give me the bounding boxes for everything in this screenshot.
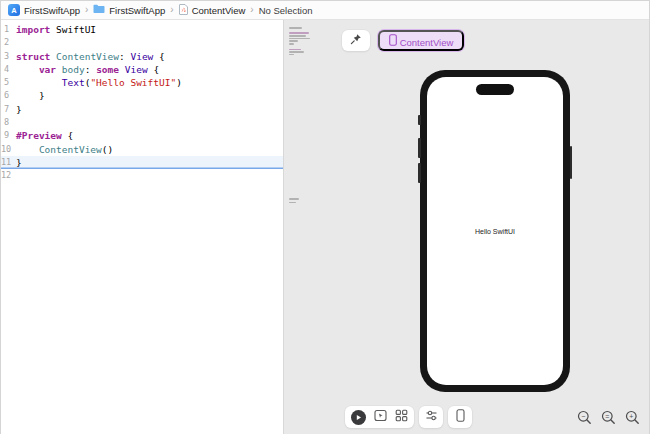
device-preview-icon bbox=[389, 37, 400, 48]
line-number[interactable]: 1 bbox=[1, 23, 16, 36]
chevron-separator-icon: › bbox=[250, 5, 253, 15]
code-line[interactable]: 12 bbox=[1, 169, 283, 182]
dynamic-island bbox=[476, 84, 514, 95]
zoom-actual-size-button[interactable]: = bbox=[601, 410, 616, 425]
device-settings-icon bbox=[425, 409, 438, 425]
device-settings-button[interactable] bbox=[419, 406, 443, 428]
live-preview-button[interactable] bbox=[351, 410, 366, 425]
breadcrumb-item-folder[interactable]: FirstSwiftApp bbox=[93, 4, 165, 16]
code-line[interactable]: 11} bbox=[1, 156, 283, 169]
source-editor[interactable]: 1import SwiftUI23struct ContentView: Vie… bbox=[1, 20, 284, 434]
code-line[interactable]: 5 Text("Hello SwiftUI") bbox=[1, 76, 283, 89]
breadcrumb-label: ContentView bbox=[192, 5, 246, 16]
line-number[interactable]: 7 bbox=[1, 103, 16, 116]
line-number[interactable]: 3 bbox=[1, 50, 16, 63]
line-number[interactable]: 10 bbox=[1, 143, 16, 156]
breadcrumb-label: FirstSwiftApp bbox=[109, 5, 165, 16]
preview-device-button[interactable] bbox=[448, 406, 472, 428]
line-number[interactable]: 5 bbox=[1, 76, 16, 89]
code-line[interactable]: 3struct ContentView: View { bbox=[1, 50, 283, 63]
code-line[interactable]: 2 bbox=[1, 36, 283, 49]
pin-preview-button[interactable] bbox=[342, 30, 370, 51]
minimap-marker bbox=[289, 198, 313, 205]
preview-hello-text: Hello SwiftUI bbox=[475, 228, 515, 235]
power-button bbox=[570, 146, 573, 179]
line-number[interactable]: 12 bbox=[1, 169, 16, 182]
canvas-bottom-toolbar bbox=[345, 406, 472, 428]
zoom-out-button[interactable]: − bbox=[577, 410, 592, 425]
action-button bbox=[418, 115, 421, 125]
preview-tab-label: ContentView bbox=[400, 37, 454, 48]
preview-canvas: ContentView Hello SwiftUI bbox=[284, 20, 649, 434]
code-line[interactable]: 6 } bbox=[1, 89, 283, 102]
phone-icon bbox=[456, 409, 465, 425]
zoom-actual-glyph: = bbox=[605, 413, 609, 420]
volume-down-button bbox=[418, 163, 421, 183]
variants-grid-icon bbox=[395, 409, 408, 425]
code-line[interactable]: 9#Preview { bbox=[1, 129, 283, 142]
iphone-device-frame: Hello SwiftUI bbox=[420, 70, 570, 392]
breadcrumb-item-project[interactable]: A FirstSwiftApp bbox=[8, 4, 80, 16]
code-line[interactable]: 7} bbox=[1, 103, 283, 116]
variants-mode-button[interactable] bbox=[395, 409, 408, 425]
preview-mode-group bbox=[345, 406, 414, 428]
chevron-separator-icon: › bbox=[85, 5, 88, 15]
zoom-in-glyph: + bbox=[629, 413, 633, 420]
breadcrumb: A FirstSwiftApp › FirstSwiftApp › Conten… bbox=[1, 1, 649, 20]
breadcrumb-label: No Selection bbox=[259, 5, 313, 16]
breadcrumb-label: FirstSwiftApp bbox=[24, 5, 80, 16]
code-lines: 1import SwiftUI23struct ContentView: Vie… bbox=[1, 23, 283, 183]
breadcrumb-item-file[interactable]: ContentView bbox=[179, 4, 246, 17]
line-number[interactable]: 11 bbox=[1, 156, 16, 169]
line-number[interactable]: 4 bbox=[1, 63, 16, 76]
code-line[interactable]: 1import SwiftUI bbox=[1, 23, 283, 36]
zoom-in-button[interactable]: + bbox=[625, 410, 640, 425]
play-icon bbox=[351, 410, 366, 425]
line-number[interactable]: 9 bbox=[1, 129, 16, 142]
code-line[interactable]: 8 bbox=[1, 116, 283, 129]
folder-icon bbox=[93, 4, 105, 16]
line-number[interactable]: 2 bbox=[1, 36, 16, 49]
chevron-separator-icon: › bbox=[170, 5, 173, 15]
minimap[interactable] bbox=[289, 27, 313, 57]
line-number[interactable]: 8 bbox=[1, 116, 16, 129]
device-screen[interactable]: Hello SwiftUI bbox=[427, 77, 563, 385]
app-target-icon: A bbox=[8, 4, 20, 16]
xcode-window: A FirstSwiftApp › FirstSwiftApp › Conten… bbox=[0, 0, 650, 434]
selectable-mode-button[interactable] bbox=[374, 409, 387, 425]
breadcrumb-item-selection[interactable]: No Selection bbox=[259, 5, 313, 16]
zoom-controls: − = + bbox=[577, 410, 640, 425]
preview-tab-contentview[interactable]: ContentView bbox=[378, 30, 464, 51]
line-number[interactable]: 6 bbox=[1, 89, 16, 102]
volume-up-button bbox=[418, 138, 421, 158]
selectable-icon bbox=[374, 409, 387, 425]
pin-icon bbox=[350, 33, 362, 48]
code-line[interactable]: 4 var body: some View { bbox=[1, 63, 283, 76]
code-line[interactable]: 10 ContentView() bbox=[1, 143, 283, 156]
swift-file-icon bbox=[179, 4, 188, 17]
zoom-out-glyph: − bbox=[581, 413, 585, 420]
